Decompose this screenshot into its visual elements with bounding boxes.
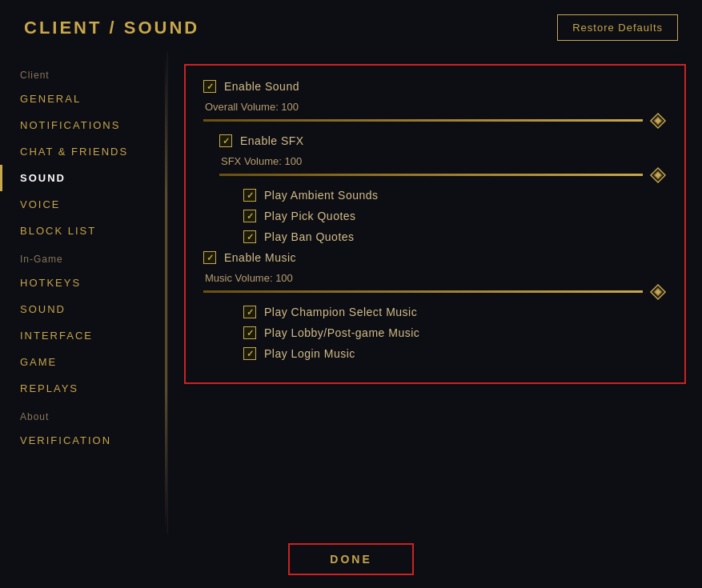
sidebar-item-chat-friends[interactable]: CHAT & FRIENDS bbox=[0, 138, 167, 165]
play-pick-quotes-checkbox[interactable] bbox=[243, 210, 256, 222]
sfx-volume-thumb[interactable] bbox=[649, 166, 667, 184]
sidebar-item-notifications[interactable]: NOTIFICATIONS bbox=[0, 112, 167, 138]
music-sub-section: Play Champion Select Music Play Lobby/Po… bbox=[243, 306, 667, 360]
overall-volume-fill bbox=[203, 119, 643, 122]
sidebar: Client GENERAL NOTIFICATIONS CHAT & FRIE… bbox=[0, 52, 168, 534]
music-volume-thumb[interactable] bbox=[649, 283, 667, 301]
play-ambient-label: Play Ambient Sounds bbox=[264, 189, 379, 202]
sidebar-item-interface[interactable]: INTERFACE bbox=[0, 322, 167, 349]
enable-sfx-label: Enable SFX bbox=[240, 134, 304, 147]
sfx-volume-slider-container bbox=[219, 174, 667, 176]
page-container: CLIENT / SOUND Restore Defaults Client G… bbox=[0, 0, 702, 588]
footer: DONE bbox=[0, 534, 702, 588]
sidebar-item-game[interactable]: GAME bbox=[0, 349, 167, 375]
play-pick-quotes-checkbox-wrapper[interactable]: Play Pick Quotes bbox=[243, 210, 667, 222]
play-champ-select-label: Play Champion Select Music bbox=[264, 306, 417, 318]
music-volume-track[interactable] bbox=[203, 290, 643, 293]
play-lobby-label: Play Lobby/Post-game Music bbox=[264, 326, 419, 339]
play-login-checkbox-wrapper[interactable]: Play Login Music bbox=[243, 347, 667, 360]
play-ban-quotes-checkbox-wrapper[interactable]: Play Ban Quotes bbox=[243, 230, 667, 243]
music-volume-fill bbox=[203, 290, 643, 293]
sidebar-item-sound[interactable]: SOUND bbox=[0, 165, 167, 191]
enable-sound-checkbox[interactable] bbox=[203, 80, 216, 93]
play-lobby-checkbox[interactable] bbox=[243, 326, 256, 339]
enable-sound-checkbox-wrapper[interactable]: Enable Sound bbox=[203, 80, 667, 93]
enable-music-label: Enable Music bbox=[224, 251, 296, 264]
ingame-section-label: In-Game bbox=[0, 244, 167, 270]
play-ban-quotes-checkbox[interactable] bbox=[243, 230, 256, 243]
page-title: CLIENT / SOUND bbox=[24, 18, 199, 38]
restore-defaults-button[interactable]: Restore Defaults bbox=[557, 14, 678, 41]
content-area: Enable Sound Overall Volume: 100 bbox=[168, 52, 702, 534]
enable-sfx-checkbox-wrapper[interactable]: Enable SFX bbox=[219, 134, 667, 147]
settings-panel: Enable Sound Overall Volume: 100 bbox=[184, 64, 686, 384]
client-section-label: Client bbox=[0, 60, 167, 86]
sfx-volume-track[interactable] bbox=[219, 174, 643, 176]
enable-music-checkbox[interactable] bbox=[203, 251, 216, 264]
play-champ-select-checkbox-wrapper[interactable]: Play Champion Select Music bbox=[243, 306, 667, 318]
play-login-checkbox[interactable] bbox=[243, 347, 256, 360]
sfx-volume-label: SFX Volume: 100 bbox=[221, 155, 667, 167]
music-volume-slider-container bbox=[203, 290, 667, 293]
play-ambient-checkbox[interactable] bbox=[243, 189, 256, 202]
overall-volume-slider-container bbox=[203, 119, 667, 122]
play-login-label: Play Login Music bbox=[264, 347, 355, 360]
overall-volume-thumb[interactable] bbox=[649, 112, 667, 130]
sfx-sub-options: Play Ambient Sounds Play Pick Quotes Pla… bbox=[243, 189, 667, 243]
enable-sfx-checkbox[interactable] bbox=[219, 134, 232, 147]
sidebar-item-voice[interactable]: VOICE bbox=[0, 191, 167, 218]
sidebar-item-hotkeys[interactable]: HOTKEYS bbox=[0, 270, 167, 296]
sidebar-item-general[interactable]: GENERAL bbox=[0, 86, 167, 112]
overall-volume-track[interactable] bbox=[203, 119, 643, 122]
sidebar-item-replays[interactable]: REPLAYS bbox=[0, 375, 167, 402]
play-ban-quotes-label: Play Ban Quotes bbox=[264, 230, 355, 243]
sidebar-item-block-list[interactable]: BLOCK LIST bbox=[0, 218, 167, 244]
overall-volume-label: Overall Volume: 100 bbox=[205, 101, 667, 113]
music-volume-label: Music Volume: 100 bbox=[205, 272, 667, 284]
enable-sound-label: Enable Sound bbox=[224, 80, 299, 93]
sfx-section: Enable SFX SFX Volume: 100 bbox=[219, 134, 667, 243]
title-bold: SOUND bbox=[124, 18, 199, 38]
main-layout: Client GENERAL NOTIFICATIONS CHAT & FRIE… bbox=[0, 52, 702, 534]
play-champ-select-checkbox[interactable] bbox=[243, 306, 256, 318]
sfx-volume-fill bbox=[219, 174, 643, 176]
sidebar-item-sound-ingame[interactable]: SOUND bbox=[0, 296, 167, 322]
music-sub-options: Play Champion Select Music Play Lobby/Po… bbox=[219, 306, 667, 360]
enable-music-checkbox-wrapper[interactable]: Enable Music bbox=[203, 251, 667, 264]
about-section-label: About bbox=[0, 402, 167, 427]
done-button[interactable]: DONE bbox=[288, 543, 413, 575]
play-pick-quotes-label: Play Pick Quotes bbox=[264, 210, 356, 222]
play-ambient-checkbox-wrapper[interactable]: Play Ambient Sounds bbox=[243, 189, 667, 202]
play-lobby-checkbox-wrapper[interactable]: Play Lobby/Post-game Music bbox=[243, 326, 667, 339]
title-prefix: CLIENT / bbox=[24, 18, 124, 38]
header: CLIENT / SOUND Restore Defaults bbox=[0, 0, 702, 52]
sidebar-item-verification[interactable]: VERIFICATION bbox=[0, 427, 167, 454]
